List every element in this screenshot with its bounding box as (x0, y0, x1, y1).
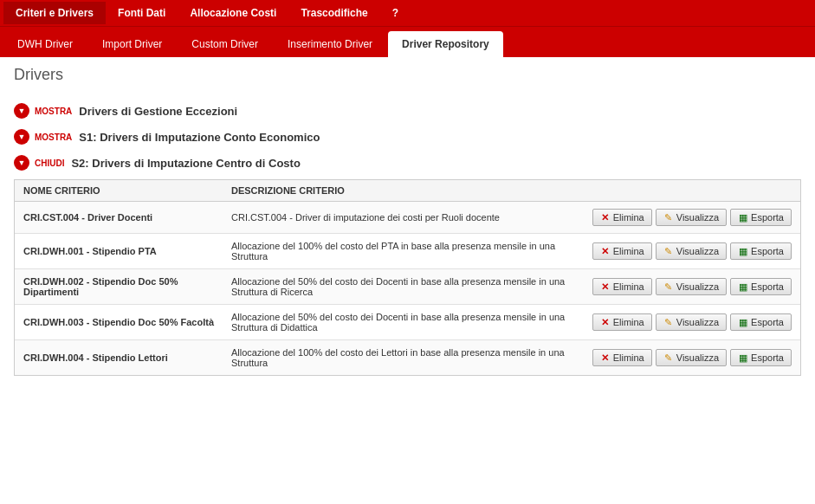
top-menu-fonti[interactable]: Fonti Dati (106, 2, 178, 24)
export-icon: ▦ (738, 317, 748, 327)
export-icon: ▦ (738, 246, 748, 256)
row-desc-0: CRI.CST.004 - Driver di imputazione dei … (231, 212, 592, 223)
elimina-btn-3[interactable]: ✕ Elimina (592, 313, 652, 331)
tab-driver-repository[interactable]: Driver Repository (388, 31, 503, 57)
tab-custom-driver[interactable]: Custom Driver (178, 31, 272, 57)
row-desc-4: Allocazione del 100% del costo dei Letto… (231, 347, 592, 368)
visualizza-label: Visualizza (676, 246, 719, 256)
row-name-4: CRI.DWH.004 - Stipendio Lettori (23, 352, 231, 363)
esporta-label: Esporta (751, 246, 784, 256)
table-row: CRI.CST.004 - Driver Docenti CRI.CST.004… (15, 202, 800, 234)
x-icon: ✕ (600, 246, 611, 256)
export-icon: ▦ (738, 212, 748, 223)
esporta-label: Esporta (751, 352, 784, 363)
visualizza-btn-2[interactable]: ✎ Visualizza (656, 278, 727, 295)
pencil-icon: ✎ (663, 246, 674, 256)
visualizza-btn-1[interactable]: ✎ Visualizza (656, 242, 727, 260)
visualizza-label: Visualizza (676, 317, 719, 327)
pencil-icon: ✎ (663, 352, 674, 363)
section-s1-title: S1: Drivers di Imputazione Conto Economi… (79, 131, 320, 144)
row-actions-1: ✕ Elimina ✎ Visualizza ▦ Esporta (592, 242, 792, 260)
sub-menu-bar: DWH Driver Import Driver Custom Driver I… (0, 26, 815, 57)
top-menu-help[interactable]: ? (380, 2, 411, 24)
elimina-btn-0[interactable]: ✕ Elimina (592, 209, 652, 226)
tab-import-driver[interactable]: Import Driver (88, 31, 176, 57)
page-title: Drivers (14, 66, 801, 89)
toggle-s2-label[interactable]: CHIUDI (35, 158, 64, 168)
esporta-label: Esporta (751, 212, 784, 223)
export-icon: ▦ (738, 281, 748, 292)
toggle-s2-btn[interactable]: ▼ (14, 155, 29, 171)
table-row: CRI.DWH.004 - Stipendio Lettori Allocazi… (15, 340, 800, 375)
row-name-0: CRI.CST.004 - Driver Docenti (23, 212, 231, 223)
row-actions-0: ✕ Elimina ✎ Visualizza ▦ Esporta (592, 209, 792, 226)
x-icon: ✕ (600, 212, 611, 223)
export-icon: ▦ (738, 352, 748, 363)
esporta-btn-4[interactable]: ▦ Esporta (730, 349, 792, 366)
table-row: CRI.DWH.001 - Stipendio PTA Allocazione … (15, 234, 800, 269)
row-actions-3: ✕ Elimina ✎ Visualizza ▦ Esporta (592, 313, 792, 331)
col-header-descrizione: DESCRIZIONE CRITERIO (231, 185, 792, 196)
toggle-s1-label[interactable]: MOSTRA (35, 132, 72, 142)
section-s2-header: ▼ CHIUDI S2: Drivers di Imputazione Cent… (14, 155, 801, 171)
x-icon: ✕ (600, 317, 611, 327)
top-menu-trascodifiche[interactable]: Trascodifiche (288, 2, 379, 24)
esporta-btn-0[interactable]: ▦ Esporta (730, 209, 792, 226)
row-desc-3: Allocazione del 50% del costo dei Docent… (231, 312, 592, 333)
elimina-label: Elimina (613, 246, 644, 256)
row-name-2: CRI.DWH.002 - Stipendio Doc 50% Dipartim… (23, 276, 231, 297)
table-row: CRI.DWH.003 - Stipendio Doc 50% Facoltà … (15, 305, 800, 340)
section-gestione-header: ▼ MOSTRA Drivers di Gestione Eccezioni (14, 103, 801, 119)
top-menu-bar: Criteri e Drivers Fonti Dati Allocazione… (0, 0, 815, 26)
x-icon: ✕ (600, 281, 611, 292)
elimina-label: Elimina (613, 352, 644, 363)
visualizza-btn-4[interactable]: ✎ Visualizza (656, 349, 727, 366)
elimina-label: Elimina (613, 281, 644, 292)
elimina-label: Elimina (613, 212, 644, 223)
page-content: Drivers ▼ MOSTRA Drivers di Gestione Ecc… (0, 57, 815, 504)
row-desc-1: Allocazione del 100% del costo del PTA i… (231, 241, 592, 262)
esporta-label: Esporta (751, 317, 784, 327)
row-actions-4: ✕ Elimina ✎ Visualizza ▦ Esporta (592, 349, 792, 366)
row-name-1: CRI.DWH.001 - Stipendio PTA (23, 246, 231, 256)
toggle-gestione-label[interactable]: MOSTRA (35, 107, 72, 116)
col-header-nome: NOME CRITERIO (23, 185, 231, 196)
row-desc-2: Allocazione del 50% del costo dei Docent… (231, 276, 592, 297)
section-gestione-title: Drivers di Gestione Eccezioni (79, 105, 237, 118)
esporta-btn-2[interactable]: ▦ Esporta (730, 278, 792, 295)
top-menu-allocazione[interactable]: Allocazione Costi (178, 2, 288, 24)
elimina-btn-1[interactable]: ✕ Elimina (592, 242, 652, 260)
row-actions-2: ✕ Elimina ✎ Visualizza ▦ Esporta (592, 278, 792, 295)
x-icon: ✕ (600, 352, 611, 363)
tab-dwh-driver[interactable]: DWH Driver (3, 31, 87, 57)
esporta-btn-1[interactable]: ▦ Esporta (730, 242, 792, 260)
elimina-label: Elimina (613, 317, 644, 327)
toggle-gestione-btn[interactable]: ▼ (14, 103, 29, 119)
section-s2-title: S2: Drivers di Imputazione Centro di Cos… (71, 157, 300, 170)
section-s1-header: ▼ MOSTRA S1: Drivers di Imputazione Cont… (14, 129, 801, 145)
visualizza-label: Visualizza (676, 212, 719, 223)
visualizza-label: Visualizza (676, 352, 719, 363)
visualizza-label: Visualizza (676, 281, 719, 292)
toggle-s1-btn[interactable]: ▼ (14, 129, 29, 145)
pencil-icon: ✎ (663, 281, 674, 292)
pencil-icon: ✎ (663, 212, 674, 223)
elimina-btn-4[interactable]: ✕ Elimina (592, 349, 652, 366)
visualizza-btn-0[interactable]: ✎ Visualizza (656, 209, 727, 226)
tab-inserimento-driver[interactable]: Inserimento Driver (274, 31, 386, 57)
table-header-row: NOME CRITERIO DESCRIZIONE CRITERIO (15, 180, 800, 202)
esporta-label: Esporta (751, 281, 784, 292)
visualizza-btn-3[interactable]: ✎ Visualizza (656, 313, 727, 331)
esporta-btn-3[interactable]: ▦ Esporta (730, 313, 792, 331)
pencil-icon: ✎ (663, 317, 674, 327)
top-menu-criteri[interactable]: Criteri e Drivers (3, 2, 106, 24)
drivers-table: NOME CRITERIO DESCRIZIONE CRITERIO CRI.C… (14, 179, 801, 376)
elimina-btn-2[interactable]: ✕ Elimina (592, 278, 652, 295)
row-name-3: CRI.DWH.003 - Stipendio Doc 50% Facoltà (23, 317, 231, 327)
table-row: CRI.DWH.002 - Stipendio Doc 50% Dipartim… (15, 269, 800, 305)
